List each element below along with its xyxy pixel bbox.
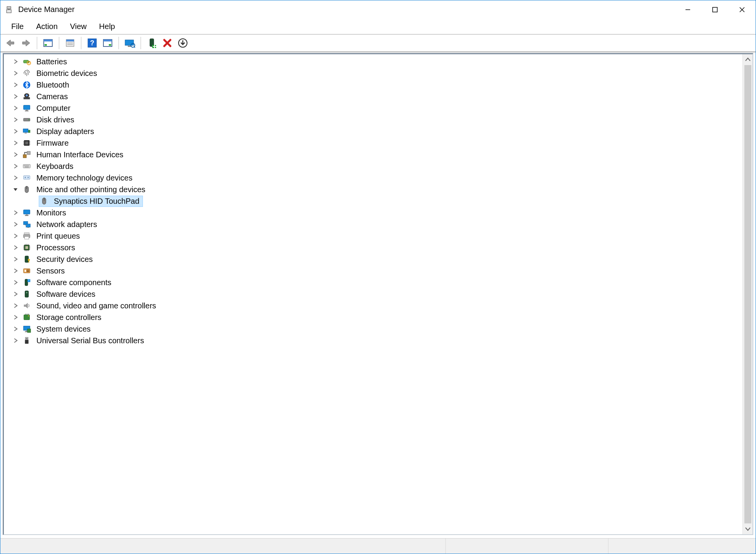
tree-node[interactable]: Display adapters xyxy=(12,126,742,137)
svg-rect-19 xyxy=(125,40,134,45)
svg-rect-92 xyxy=(24,269,30,273)
tree-node[interactable]: Cameras xyxy=(12,91,742,102)
menubar: File Action View Help xyxy=(0,19,756,34)
chevron-right-icon[interactable] xyxy=(12,116,19,124)
enable-device-button[interactable] xyxy=(145,36,159,50)
menu-view[interactable]: View xyxy=(64,20,93,33)
scroll-up-button[interactable] xyxy=(743,54,753,64)
tree-node[interactable]: Human Interface Devices xyxy=(12,149,742,160)
network-icon xyxy=(22,219,32,229)
update-driver-button[interactable] xyxy=(176,36,190,50)
chevron-right-icon[interactable] xyxy=(12,174,19,182)
minimize-button[interactable] xyxy=(674,0,701,19)
vertical-scrollbar[interactable] xyxy=(742,54,753,534)
tree-node[interactable]: Biometric devices xyxy=(12,67,742,79)
help-button[interactable]: ? xyxy=(85,36,99,50)
tree-node[interactable]: Processors xyxy=(12,242,742,253)
chevron-right-icon[interactable] xyxy=(12,58,19,65)
action-pane-button[interactable] xyxy=(101,36,115,50)
show-hide-tree-button[interactable] xyxy=(41,36,55,50)
chevron-right-icon[interactable] xyxy=(12,127,19,135)
svg-rect-56 xyxy=(28,165,29,166)
chevron-right-icon[interactable] xyxy=(12,279,19,286)
tree-node[interactable]: Storage controllers xyxy=(12,311,742,323)
svg-rect-65 xyxy=(24,210,30,214)
svg-rect-52 xyxy=(24,165,25,166)
properties-button[interactable] xyxy=(63,36,77,50)
tree-node[interactable]: Keyboards xyxy=(12,160,742,172)
chevron-right-icon[interactable] xyxy=(12,302,19,310)
chevron-right-icon[interactable] xyxy=(12,255,19,263)
device-tree[interactable]: BatteriesBiometric devicesBluetoothCamer… xyxy=(4,54,742,534)
tree-node-label: Biometric devices xyxy=(35,68,99,79)
chevron-right-icon[interactable] xyxy=(12,139,19,147)
chevron-right-icon[interactable] xyxy=(12,209,19,217)
uninstall-device-button[interactable] xyxy=(160,36,174,50)
scan-hardware-button[interactable] xyxy=(123,36,137,50)
svg-rect-106 xyxy=(27,329,31,332)
tree-node[interactable]: Network adapters xyxy=(12,219,742,230)
svg-rect-33 xyxy=(24,105,30,110)
monitor-icon xyxy=(22,208,32,218)
tree-node[interactable]: Software components xyxy=(12,277,742,288)
tree-node-label: Display adapters xyxy=(35,126,96,137)
chevron-right-icon[interactable] xyxy=(12,93,19,100)
chevron-right-icon[interactable] xyxy=(12,290,19,298)
tree-node-label: Mice and other pointing devices xyxy=(35,184,147,195)
chevron-right-icon[interactable] xyxy=(12,244,19,251)
tree-node[interactable]: Universal Serial Bus controllers xyxy=(12,335,742,346)
toolbar: ? xyxy=(0,34,756,52)
chevron-right-icon[interactable] xyxy=(29,197,36,205)
tree-node-label: Sound, video and game controllers xyxy=(35,301,158,311)
tree-node[interactable]: Mice and other pointing devices xyxy=(12,184,742,195)
status-cell-2 xyxy=(446,539,608,554)
tree-node[interactable]: Batteries xyxy=(12,56,742,67)
tree-node[interactable]: Bluetooth xyxy=(12,79,742,91)
maximize-button[interactable] xyxy=(701,0,729,19)
menu-action[interactable]: Action xyxy=(30,20,64,33)
back-button[interactable] xyxy=(3,36,17,50)
tree-node[interactable]: Synaptics HID TouchPad xyxy=(29,195,742,207)
tree-node[interactable]: Memory technology devices xyxy=(12,172,742,184)
chevron-right-icon[interactable] xyxy=(12,232,19,240)
cpu-icon xyxy=(22,243,32,253)
chevron-right-icon[interactable] xyxy=(12,220,19,228)
chevron-right-icon[interactable] xyxy=(12,81,19,89)
scroll-thumb[interactable] xyxy=(744,65,751,523)
svg-rect-89 xyxy=(25,256,28,263)
chevron-right-icon[interactable] xyxy=(12,151,19,158)
tree-node[interactable]: Security devices xyxy=(12,253,742,265)
tree-node[interactable]: Sensors xyxy=(12,265,742,277)
chevron-right-icon[interactable] xyxy=(12,104,19,112)
camera-icon xyxy=(22,91,32,102)
tree-node-label: Human Interface Devices xyxy=(35,150,125,160)
chevron-right-icon[interactable] xyxy=(12,162,19,170)
chip-icon xyxy=(22,138,32,148)
svg-point-60 xyxy=(27,177,29,178)
chevron-right-icon[interactable] xyxy=(12,337,19,344)
svg-rect-4 xyxy=(713,7,717,12)
chevron-right-icon[interactable] xyxy=(12,325,19,333)
menu-file[interactable]: File xyxy=(5,20,30,33)
tree-node[interactable]: Disk drives xyxy=(12,114,742,126)
tree-node[interactable]: Firmware xyxy=(12,137,742,149)
forward-button[interactable] xyxy=(19,36,33,50)
scroll-down-button[interactable] xyxy=(743,524,753,534)
tree-node[interactable]: Software devices xyxy=(12,288,742,300)
tree-node[interactable]: Monitors xyxy=(12,207,742,219)
hid-icon xyxy=(22,150,32,160)
close-button[interactable] xyxy=(729,0,756,19)
tree-node[interactable]: Computer xyxy=(12,102,742,114)
tree-node[interactable]: Print queues xyxy=(12,230,742,242)
chevron-right-icon[interactable] xyxy=(12,313,19,321)
tree-node-label: Batteries xyxy=(35,57,69,67)
chevron-right-icon[interactable] xyxy=(12,267,19,275)
chevron-right-icon[interactable] xyxy=(12,69,19,77)
disk-icon xyxy=(22,115,32,125)
chevron-down-icon[interactable] xyxy=(12,186,19,193)
menu-help[interactable]: Help xyxy=(93,20,121,33)
tree-node[interactable]: System devices xyxy=(12,323,742,335)
tree-node[interactable]: Sound, video and game controllers xyxy=(12,300,742,311)
svg-rect-20 xyxy=(128,46,131,47)
svg-rect-72 xyxy=(24,233,29,235)
